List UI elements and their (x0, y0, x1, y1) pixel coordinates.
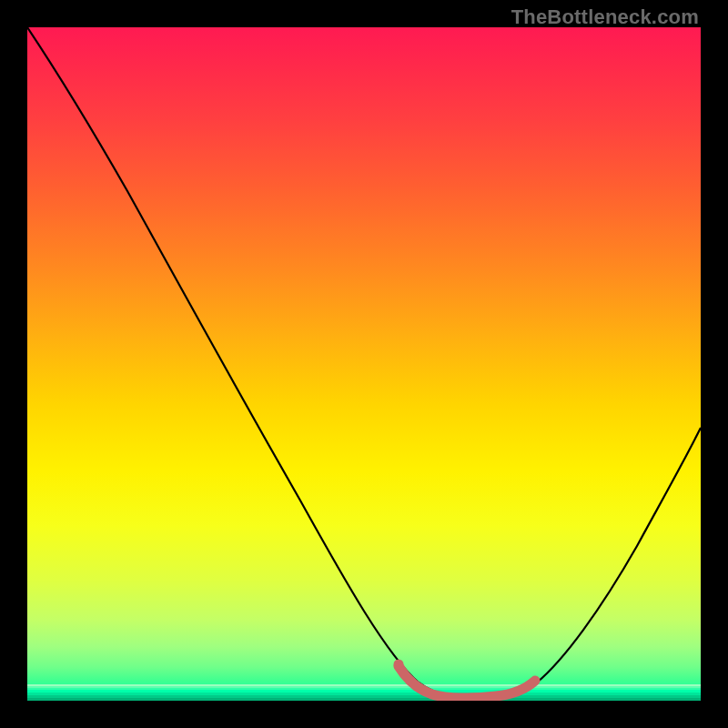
curve-svg (27, 27, 701, 701)
highlight-segment (399, 666, 535, 698)
watermark-text: TheBottleneck.com (511, 5, 699, 29)
plot-area (27, 27, 701, 701)
bottleneck-curve (27, 27, 701, 697)
chart-container: TheBottleneck.com (0, 0, 728, 728)
highlight-start-dot (394, 660, 404, 670)
